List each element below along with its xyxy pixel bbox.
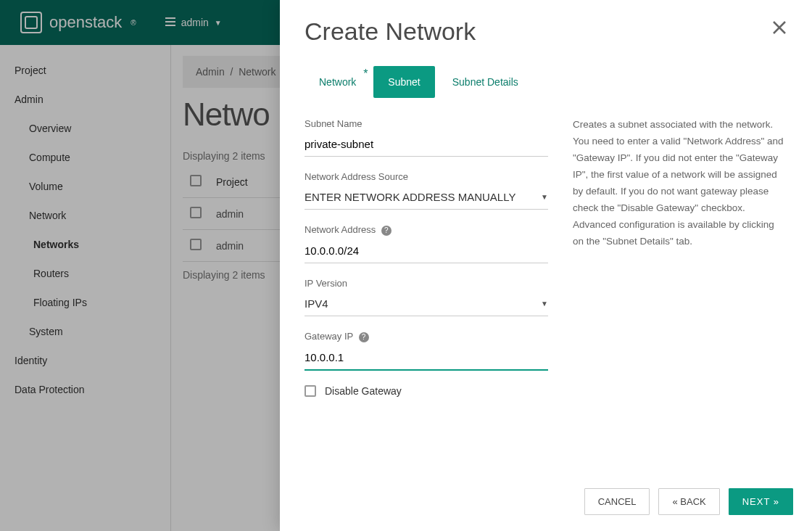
address-source-value: Enter Network Address Manually — [304, 191, 515, 203]
modal-footer: CANCEL « BACK NEXT » — [280, 478, 812, 531]
next-button[interactable]: NEXT » — [729, 488, 793, 515]
help-icon[interactable]: ? — [381, 226, 392, 236]
disable-gateway-checkbox[interactable] — [304, 385, 316, 397]
ip-version-label: IP Version — [304, 278, 548, 289]
tab-subnet-details[interactable]: Subnet Details — [438, 66, 533, 98]
tab-subnet[interactable]: Subnet — [373, 66, 434, 98]
address-source-label: Network Address Source — [304, 171, 548, 182]
subnet-name-label: Subnet Name — [304, 118, 548, 129]
network-address-input[interactable] — [304, 239, 548, 263]
cancel-button[interactable]: CANCEL — [584, 488, 650, 515]
gateway-label: Gateway IP ? — [304, 331, 548, 342]
subnet-name-input[interactable] — [304, 132, 548, 157]
close-icon[interactable] — [771, 17, 787, 41]
disable-gateway-row[interactable]: Disable Gateway — [304, 385, 548, 397]
gateway-input[interactable] — [304, 345, 548, 371]
help-icon[interactable]: ? — [359, 332, 369, 342]
modal-tabs: Network * Subnet Subnet Details — [304, 66, 548, 98]
create-network-modal: Create Network Network * Subnet Subnet D… — [280, 0, 812, 531]
address-source-select[interactable]: Enter Network Address Manually ▼ — [304, 185, 548, 210]
required-star-icon: * — [363, 67, 368, 81]
back-button[interactable]: « BACK — [658, 488, 719, 515]
ip-version-select[interactable]: IPv4 ▼ — [304, 292, 548, 316]
modal-title: Create Network — [304, 17, 476, 46]
modal-help-text: Creates a subnet associated with the net… — [573, 117, 787, 250]
ip-version-value: IPv4 — [304, 297, 328, 310]
network-address-label: Network Address ? — [304, 224, 548, 236]
tab-network[interactable]: Network * — [304, 66, 370, 98]
caret-down-icon: ▼ — [541, 193, 548, 201]
caret-down-icon: ▼ — [541, 300, 548, 308]
disable-gateway-label: Disable Gateway — [325, 385, 402, 397]
